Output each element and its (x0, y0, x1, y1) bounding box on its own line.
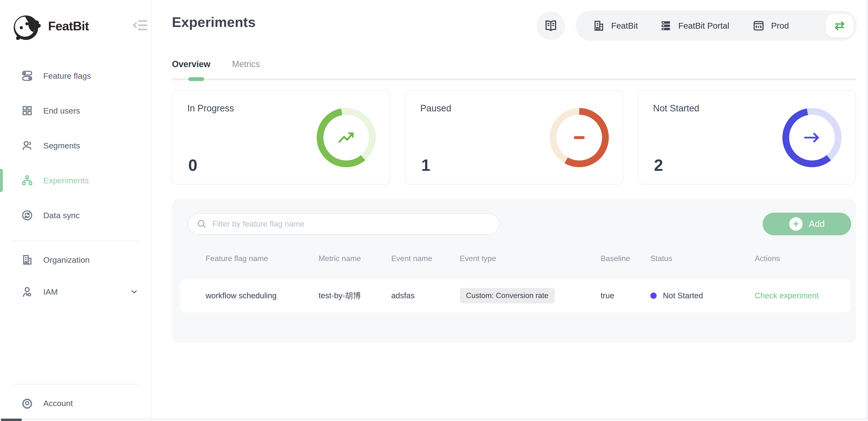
sidebar-item-label: Organization (43, 255, 90, 265)
cell-actions: Check experiment (755, 291, 851, 300)
sidebar-item-label: IAM (43, 287, 58, 297)
stat-label: Paused (420, 103, 451, 114)
book-icon (544, 19, 558, 32)
window-bottom-strip (0, 419, 868, 421)
filter-input[interactable] (212, 219, 499, 229)
progress-ring (550, 108, 609, 167)
table-header: Feature flag name Metric name Event name… (180, 251, 851, 266)
stat-value: 0 (188, 156, 197, 174)
minus-icon (574, 136, 585, 139)
user-group-icon (21, 140, 33, 152)
server-stack-icon (659, 20, 672, 32)
stat-card-not-started: Not Started 2 (638, 90, 856, 184)
sidebar-divider (11, 384, 140, 385)
org-selector[interactable]: FeatBit (592, 20, 638, 32)
sidebar-item-data-sync[interactable]: Data sync (0, 203, 151, 227)
toggles-icon (21, 70, 33, 82)
chevron-down-icon (130, 288, 138, 296)
sitemap-icon (21, 174, 33, 186)
workspace-name: FeatBit Portal (678, 21, 729, 31)
featbit-logo (11, 12, 42, 42)
cell-feature-flag-name: workflow scheduling (206, 291, 318, 300)
stat-label: In Progress (187, 103, 234, 114)
documentation-button[interactable] (537, 11, 565, 40)
sync-icon (21, 209, 33, 221)
column-header: Feature flag name (206, 254, 318, 263)
sidebar-item-organization[interactable]: Organization (0, 248, 151, 272)
sidebar-item-label: Data sync (43, 211, 80, 220)
sidebar-item-iam[interactable]: IAM (0, 280, 151, 304)
cell-event-name: adsfas (391, 291, 460, 300)
status-label: Not Started (663, 291, 703, 300)
column-header: Event name (391, 254, 460, 263)
tab-metrics[interactable]: Metrics (232, 59, 260, 69)
stat-card-in-progress: In Progress 0 (172, 90, 390, 184)
column-header: Baseline (601, 254, 650, 263)
sidebar-divider (11, 241, 140, 241)
tab-overview[interactable]: Overview (172, 59, 210, 69)
window-right-edge (867, 0, 868, 421)
table-row: workflow scheduling test-by-胡博 adsfas Cu… (180, 279, 851, 312)
sidebar-item-label: End users (43, 106, 80, 116)
plus-icon: + (789, 217, 803, 231)
status-dot (650, 293, 657, 299)
page-title: Experiments (172, 14, 256, 30)
stat-card-paused: Paused 1 (405, 90, 623, 184)
column-header: Actions (755, 254, 851, 263)
swap-arrows-icon (833, 19, 846, 33)
sidebar-item-experiments[interactable]: Experiments (0, 169, 151, 192)
column-header: Status (650, 254, 755, 263)
browser-code-icon (752, 20, 765, 32)
sidebar-item-label: Experiments (43, 176, 89, 185)
grid-icon (21, 104, 33, 117)
sidebar-item-label: Feature flags (43, 71, 91, 81)
building-icon (592, 20, 605, 32)
search-icon (196, 219, 207, 229)
tab-track (172, 78, 856, 80)
stat-value: 1 (421, 156, 430, 174)
user-key-icon (21, 286, 33, 298)
event-type-badge: Custom: Conversion rate (460, 288, 555, 303)
sidebar: FeatBit Feature flags End users (0, 0, 152, 421)
building-icon (21, 254, 33, 266)
column-header: Metric name (318, 254, 391, 263)
experiments-list-panel: + Add Feature flag name Metric name Even… (172, 199, 856, 342)
scrollbar-fragment (1, 419, 22, 421)
active-indicator (0, 169, 3, 192)
cell-baseline: true (601, 291, 650, 300)
progress-ring (782, 108, 842, 167)
cell-metric-name: test-by-胡博 (318, 290, 391, 301)
sidebar-item-end-users[interactable]: End users (0, 99, 151, 123)
sidebar-item-label: Segments (43, 141, 80, 150)
switch-environment-button[interactable] (826, 14, 854, 37)
brand-name: FeatBit (48, 19, 89, 33)
sidebar-item-segments[interactable]: Segments (0, 133, 151, 157)
progress-ring (317, 108, 376, 167)
sidebar-item-feature-flags[interactable]: Feature flags (0, 64, 151, 88)
sidebar-item-account[interactable]: Account (0, 391, 151, 415)
sidebar-item-label: Account (43, 399, 73, 408)
add-experiment-button[interactable]: + Add (763, 213, 851, 235)
column-header: Event type (460, 254, 601, 263)
cell-event-type: Custom: Conversion rate (460, 288, 601, 303)
filter-field[interactable] (188, 213, 499, 235)
environment-switcher: FeatBit FeatBit Portal Prod (576, 10, 857, 41)
workspace-selector[interactable]: FeatBit Portal (659, 20, 729, 32)
environment-name: Prod (771, 21, 789, 31)
stat-value: 2 (654, 156, 663, 174)
environment-selector[interactable]: Prod (752, 20, 789, 32)
org-name: FeatBit (611, 21, 638, 31)
tab-active-indicator (188, 77, 204, 81)
trend-up-icon (336, 127, 356, 148)
brand-header: FeatBit (11, 11, 142, 43)
check-experiment-link[interactable]: Check experiment (755, 291, 819, 300)
stat-label: Not Started (653, 103, 699, 114)
sidebar-collapse-icon[interactable] (132, 17, 149, 34)
cell-status: Not Started (650, 291, 755, 300)
arrow-right-icon (802, 127, 822, 148)
gear-icon (21, 397, 33, 409)
